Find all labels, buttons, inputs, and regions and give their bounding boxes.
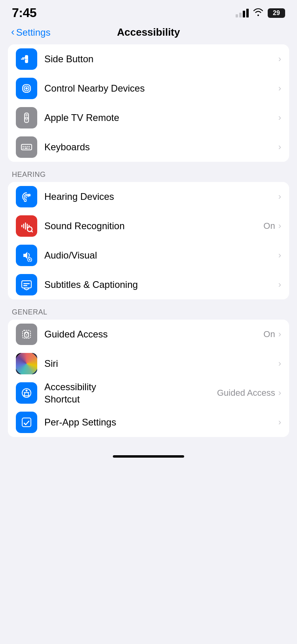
svg-point-2 xyxy=(25,87,28,90)
svg-rect-14 xyxy=(25,148,28,149)
sidebar-item-accessibility-shortcut[interactable]: AccessibilityShortcut Guided Access › xyxy=(8,378,289,408)
siri-content: Siri › xyxy=(44,358,281,369)
svg-rect-35 xyxy=(22,418,31,427)
keyboards-chevron-icon: › xyxy=(278,142,281,152)
control-nearby-label: Control Nearby Devices xyxy=(44,83,278,94)
back-chevron-icon: ‹ xyxy=(11,26,15,38)
accessibility-shortcut-icon xyxy=(16,382,37,404)
guided-access-icon xyxy=(16,324,37,345)
audio-visual-chevron-icon: › xyxy=(278,250,281,261)
siri-label: Siri xyxy=(44,358,278,369)
status-time: 7:45 xyxy=(12,6,36,20)
accessibility-shortcut-label: AccessibilityShortcut xyxy=(44,381,217,405)
sidebar-item-keyboards[interactable]: Keyboards › xyxy=(8,132,289,162)
sidebar-item-subtitles[interactable]: Subtitles & Captioning › xyxy=(8,270,289,299)
audio-visual-content: Audio/Visual › xyxy=(44,250,281,261)
back-button[interactable]: ‹ Settings xyxy=(11,27,50,38)
svg-point-16 xyxy=(28,194,31,197)
svg-rect-15 xyxy=(29,148,30,149)
per-app-label: Per-App Settings xyxy=(44,417,278,428)
apple-tv-remote-icon xyxy=(16,107,37,128)
per-app-content: Per-App Settings › xyxy=(44,417,281,428)
accessibility-shortcut-value: Guided Access xyxy=(217,388,275,398)
side-button-icon: ← xyxy=(16,48,37,70)
sidebar-item-audio-visual[interactable]: Audio/Visual › xyxy=(8,241,289,270)
status-bar: 7:45 29 xyxy=(0,0,297,23)
back-label: Settings xyxy=(16,27,51,38)
sound-recognition-value: On xyxy=(263,221,275,231)
sound-recognition-icon xyxy=(16,215,37,237)
apple-tv-remote-content: Apple TV Remote › xyxy=(44,112,281,123)
page-title: Accessibility xyxy=(117,26,180,38)
subtitles-chevron-icon: › xyxy=(278,280,281,290)
svg-rect-19 xyxy=(25,222,26,230)
hearing-section: HEARING Hearing Devices › xyxy=(0,162,297,299)
svg-line-23 xyxy=(32,231,33,232)
battery-icon: 29 xyxy=(268,8,285,18)
home-bar xyxy=(113,455,184,458)
control-nearby-chevron-icon: › xyxy=(278,83,281,94)
hearing-devices-label: Hearing Devices xyxy=(44,191,278,202)
accessibility-shortcut-chevron-icon: › xyxy=(278,388,281,398)
signal-bars-icon xyxy=(236,9,249,17)
subtitles-icon xyxy=(16,274,37,295)
general-section-header: GENERAL xyxy=(0,299,297,320)
svg-rect-11 xyxy=(27,146,28,147)
hearing-section-header: HEARING xyxy=(0,162,297,182)
svg-rect-4 xyxy=(25,114,28,116)
guided-access-content: Guided Access On › xyxy=(44,329,281,340)
hearing-section-card: Hearing Devices › Sound Recognitio xyxy=(8,182,289,299)
audio-visual-icon xyxy=(16,245,37,266)
home-indicator xyxy=(0,449,297,461)
side-button-label: Side Button xyxy=(44,54,278,65)
svg-rect-27 xyxy=(22,281,31,288)
sidebar-item-apple-tv-remote[interactable]: Apple TV Remote › xyxy=(8,103,289,132)
svg-rect-13 xyxy=(23,148,24,149)
control-nearby-content: Control Nearby Devices › xyxy=(44,83,281,94)
wifi-icon xyxy=(253,8,264,19)
sound-recognition-content: Sound Recognition On › xyxy=(44,220,281,232)
side-button-content: Side Button › xyxy=(44,54,281,65)
siri-icon xyxy=(16,353,37,374)
guided-access-chevron-icon: › xyxy=(278,329,281,339)
svg-point-34 xyxy=(26,390,28,392)
svg-rect-9 xyxy=(23,146,24,147)
apple-tv-remote-label: Apple TV Remote xyxy=(44,112,278,123)
guided-access-label: Guided Access xyxy=(44,329,263,340)
top-section-card: ← Side Button › Control Nearby Devic xyxy=(8,44,289,162)
svg-rect-10 xyxy=(25,146,26,147)
hearing-devices-chevron-icon: › xyxy=(278,192,281,202)
svg-rect-12 xyxy=(29,146,30,147)
svg-point-26 xyxy=(29,259,30,261)
svg-rect-18 xyxy=(23,224,25,228)
sidebar-item-control-nearby[interactable]: Control Nearby Devices › xyxy=(8,74,289,103)
sidebar-item-side-button[interactable]: ← Side Button › xyxy=(8,44,289,74)
hearing-devices-content: Hearing Devices › xyxy=(44,191,281,202)
keyboards-content: Keyboards › xyxy=(44,142,281,153)
status-icons: 29 xyxy=(236,8,285,19)
svg-rect-28 xyxy=(23,283,30,284)
siri-chevron-icon: › xyxy=(278,358,281,369)
nav-header: ‹ Settings Accessibility xyxy=(0,23,297,44)
sound-recognition-label: Sound Recognition xyxy=(44,220,263,232)
svg-text:←: ← xyxy=(25,57,29,61)
per-app-icon xyxy=(16,412,37,433)
svg-point-32 xyxy=(26,334,27,335)
general-section-card: Guided Access On › Siri › xyxy=(8,320,289,437)
guided-access-value: On xyxy=(263,329,275,339)
subtitles-label: Subtitles & Captioning xyxy=(44,279,278,290)
sound-recognition-chevron-icon: › xyxy=(278,221,281,231)
svg-rect-8 xyxy=(21,144,32,150)
sidebar-item-sound-recognition[interactable]: Sound Recognition On › xyxy=(8,211,289,241)
keyboards-label: Keyboards xyxy=(44,142,278,153)
apple-tv-remote-chevron-icon: › xyxy=(278,113,281,123)
subtitles-content: Subtitles & Captioning › xyxy=(44,279,281,290)
svg-rect-17 xyxy=(21,225,23,227)
sidebar-item-hearing-devices[interactable]: Hearing Devices › xyxy=(8,182,289,211)
sidebar-item-guided-access[interactable]: Guided Access On › xyxy=(8,320,289,349)
sidebar-item-siri[interactable]: Siri › xyxy=(8,349,289,378)
side-button-chevron-icon: › xyxy=(278,54,281,64)
sidebar-item-per-app[interactable]: Per-App Settings › xyxy=(8,408,289,437)
keyboards-icon xyxy=(16,136,37,158)
general-section: GENERAL Guided Access On › xyxy=(0,299,297,437)
